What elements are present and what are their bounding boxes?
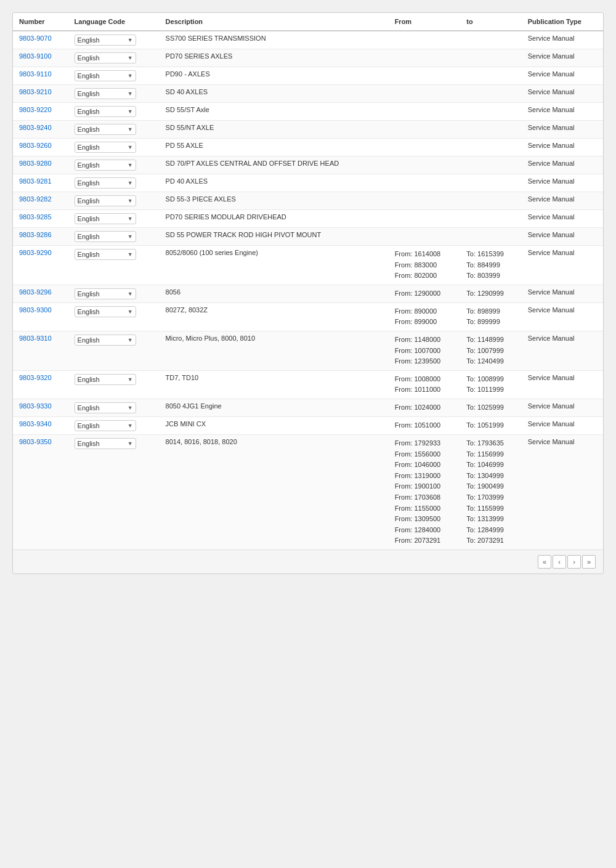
cell-language[interactable]: English▼ — [68, 103, 160, 121]
cell-number[interactable]: 9803-9280 — [13, 156, 68, 174]
language-select-value: English — [78, 290, 125, 298]
language-select[interactable]: English▼ — [75, 34, 136, 46]
cell-number[interactable]: 9803-9340 — [13, 416, 68, 434]
cell-number[interactable]: 9803-9281 — [13, 174, 68, 192]
language-select[interactable]: English▼ — [75, 213, 136, 224]
cell-number[interactable]: 9803-9296 — [13, 285, 68, 302]
table-row: 9803-9100English▼PD70 SERIES AXLESServic… — [13, 49, 603, 67]
language-select[interactable]: English▼ — [75, 374, 136, 385]
cell-language[interactable]: English▼ — [68, 302, 160, 331]
cell-number[interactable]: 9803-9350 — [13, 434, 68, 549]
page-wrapper: Number Language Code Description From to… — [0, 0, 616, 868]
cell-from — [389, 103, 461, 121]
cell-from — [389, 156, 461, 174]
prev-page-button[interactable]: ‹ — [553, 555, 566, 569]
language-select[interactable]: English▼ — [75, 249, 136, 260]
language-select[interactable]: English▼ — [75, 420, 136, 431]
chevron-down-icon: ▼ — [128, 162, 133, 168]
cell-language[interactable]: English▼ — [68, 228, 160, 246]
col-pubtype: Publication Type — [522, 13, 603, 31]
language-select[interactable]: English▼ — [75, 335, 136, 346]
language-select[interactable]: English▼ — [75, 306, 136, 317]
cell-number[interactable]: 9803-9070 — [13, 31, 68, 49]
last-page-button[interactable]: » — [582, 555, 596, 569]
cell-language[interactable]: English▼ — [68, 416, 160, 434]
cell-number[interactable]: 9803-9286 — [13, 228, 68, 246]
cell-language[interactable]: English▼ — [68, 156, 160, 174]
cell-language[interactable]: English▼ — [68, 331, 160, 370]
language-select[interactable]: English▼ — [75, 231, 136, 242]
table-row: 9803-9280English▼SD 70/PT AXLES CENTRAL … — [13, 156, 603, 174]
chevron-down-icon: ▼ — [128, 405, 133, 411]
cell-number[interactable]: 9803-9290 — [13, 246, 68, 285]
cell-pubtype: Service Manual — [522, 49, 603, 67]
cell-language[interactable]: English▼ — [68, 139, 160, 156]
cell-language[interactable]: English▼ — [68, 285, 160, 302]
cell-number[interactable]: 9803-9220 — [13, 103, 68, 121]
language-select[interactable]: English▼ — [75, 288, 136, 299]
cell-number[interactable]: 9803-9300 — [13, 302, 68, 331]
col-description: Description — [160, 13, 389, 31]
language-select[interactable]: English▼ — [75, 160, 136, 171]
chevron-down-icon: ▼ — [128, 126, 133, 132]
cell-from — [389, 174, 461, 192]
next-page-button[interactable]: › — [567, 555, 581, 569]
cell-pubtype: Service Manual — [522, 370, 603, 399]
table-row: 9803-9350English▼8014, 8016, 8018, 8020F… — [13, 434, 603, 549]
cell-language[interactable]: English▼ — [68, 210, 160, 228]
table-row: 9803-9300English▼8027Z, 8032ZFrom: 89000… — [13, 302, 603, 331]
language-select[interactable]: English▼ — [75, 142, 136, 153]
cell-pubtype: Service Manual — [522, 210, 603, 228]
cell-number[interactable]: 9803-9282 — [13, 192, 68, 210]
language-select[interactable]: English▼ — [75, 177, 136, 189]
cell-language[interactable]: English▼ — [68, 399, 160, 416]
cell-language[interactable]: English▼ — [68, 434, 160, 549]
table-row: 9803-9210English▼SD 40 AXLESService Manu… — [13, 85, 603, 103]
cell-language[interactable]: English▼ — [68, 67, 160, 85]
cell-number[interactable]: 9803-9260 — [13, 139, 68, 156]
cell-number[interactable]: 9803-9330 — [13, 399, 68, 416]
cell-language[interactable]: English▼ — [68, 246, 160, 285]
cell-language[interactable]: English▼ — [68, 85, 160, 103]
cell-description: TD7, TD10 — [160, 370, 389, 399]
chevron-down-icon: ▼ — [128, 337, 133, 343]
cell-language[interactable]: English▼ — [68, 370, 160, 399]
cell-pubtype: Service Manual — [522, 285, 603, 302]
cell-pubtype: Service Manual — [522, 192, 603, 210]
col-from: From — [389, 13, 461, 31]
cell-number[interactable]: 9803-9310 — [13, 331, 68, 370]
language-select[interactable]: English▼ — [75, 106, 136, 117]
language-select[interactable]: English▼ — [75, 402, 136, 413]
cell-language[interactable]: English▼ — [68, 174, 160, 192]
language-select[interactable]: English▼ — [75, 52, 136, 63]
col-number: Number — [13, 13, 68, 31]
chevron-down-icon: ▼ — [128, 216, 133, 222]
table-row: 9803-9310English▼Micro, Micro Plus, 8000… — [13, 331, 603, 370]
first-page-button[interactable]: « — [538, 555, 551, 569]
cell-language[interactable]: English▼ — [68, 121, 160, 139]
cell-description: SD 70/PT AXLES CENTRAL AND OFFSET DRIVE … — [160, 156, 389, 174]
language-select[interactable]: English▼ — [75, 195, 136, 206]
cell-from: From: 1148000From: 1007000From: 1239500 — [389, 331, 461, 370]
table-container: Number Language Code Description From to… — [12, 12, 604, 574]
cell-to — [460, 103, 521, 121]
language-select-value: English — [78, 54, 125, 62]
cell-language[interactable]: English▼ — [68, 49, 160, 67]
cell-language[interactable]: English▼ — [68, 31, 160, 49]
table-row: 9803-9220English▼SD 55/ST AxleService Ma… — [13, 103, 603, 121]
language-select[interactable]: English▼ — [75, 88, 136, 99]
language-select[interactable]: English▼ — [75, 124, 136, 135]
cell-description: PD70 SERIES AXLES — [160, 49, 389, 67]
cell-number[interactable]: 9803-9110 — [13, 67, 68, 85]
cell-language[interactable]: English▼ — [68, 192, 160, 210]
cell-number[interactable]: 9803-9210 — [13, 85, 68, 103]
language-select[interactable]: English▼ — [75, 70, 136, 81]
cell-description: SD 55-3 PIECE AXLES — [160, 192, 389, 210]
cell-number[interactable]: 9803-9100 — [13, 49, 68, 67]
cell-pubtype: Service Manual — [522, 302, 603, 331]
cell-number[interactable]: 9803-9240 — [13, 121, 68, 139]
language-select[interactable]: English▼ — [75, 438, 136, 449]
cell-number[interactable]: 9803-9320 — [13, 370, 68, 399]
language-select-value: English — [78, 90, 125, 97]
cell-number[interactable]: 9803-9285 — [13, 210, 68, 228]
